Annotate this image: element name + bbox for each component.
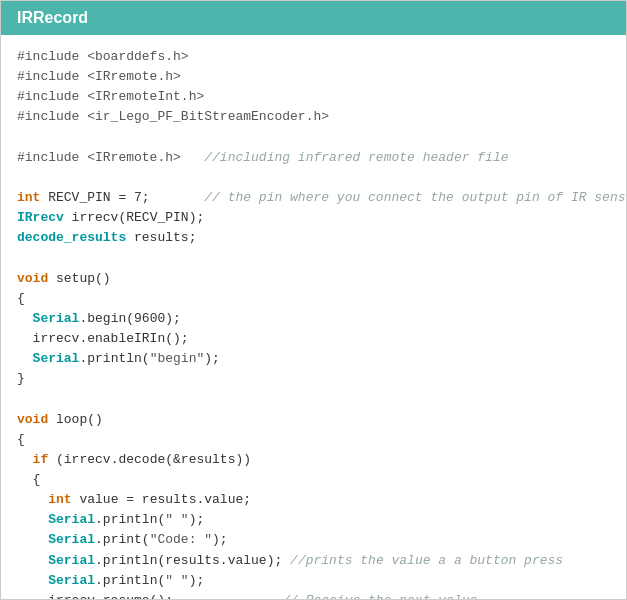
code-line-1: #include <boarddefs.h>	[17, 47, 610, 67]
code-line-27: Serial.println(" ");	[17, 571, 610, 591]
code-line-23: int value = results.value;	[17, 490, 610, 510]
code-line-25: Serial.print("Code: ");	[17, 530, 610, 550]
code-line-24: Serial.println(" ");	[17, 510, 610, 530]
code-line-17: }	[17, 369, 610, 389]
code-line-22: {	[17, 470, 610, 490]
code-line-9: IRrecv irrecv(RECV_PIN);	[17, 208, 610, 228]
window-title: IRRecord	[17, 9, 88, 27]
main-window: IRRecord #include <boarddefs.h> #include…	[0, 0, 627, 600]
code-line-5	[17, 128, 610, 148]
code-line-14: Serial.begin(9600);	[17, 309, 610, 329]
code-line-26: Serial.println(results.value); //prints …	[17, 551, 610, 571]
code-line-7	[17, 168, 610, 188]
code-area[interactable]: #include <boarddefs.h> #include <IRremot…	[1, 35, 626, 599]
code-line-8: int RECV_PIN = 7; // the pin where you c…	[17, 188, 610, 208]
title-bar: IRRecord	[1, 1, 626, 35]
code-line-20: {	[17, 430, 610, 450]
code-line-6: #include <IRremote.h> //including infrar…	[17, 148, 610, 168]
code-line-2: #include <IRremote.h>	[17, 67, 610, 87]
code-line-16: Serial.println("begin");	[17, 349, 610, 369]
code-line-18	[17, 389, 610, 409]
code-line-15: irrecv.enableIRIn();	[17, 329, 610, 349]
code-line-13: {	[17, 289, 610, 309]
code-line-4: #include <ir_Lego_PF_BitStreamEncoder.h>	[17, 107, 610, 127]
code-line-21: if (irrecv.decode(&results))	[17, 450, 610, 470]
code-line-28: irrecv.resume(); // Receive the next val…	[17, 591, 610, 599]
code-line-11	[17, 248, 610, 268]
code-line-12: void setup()	[17, 269, 610, 289]
code-line-19: void loop()	[17, 410, 610, 430]
code-line-3: #include <IRremoteInt.h>	[17, 87, 610, 107]
code-line-10: decode_results results;	[17, 228, 610, 248]
